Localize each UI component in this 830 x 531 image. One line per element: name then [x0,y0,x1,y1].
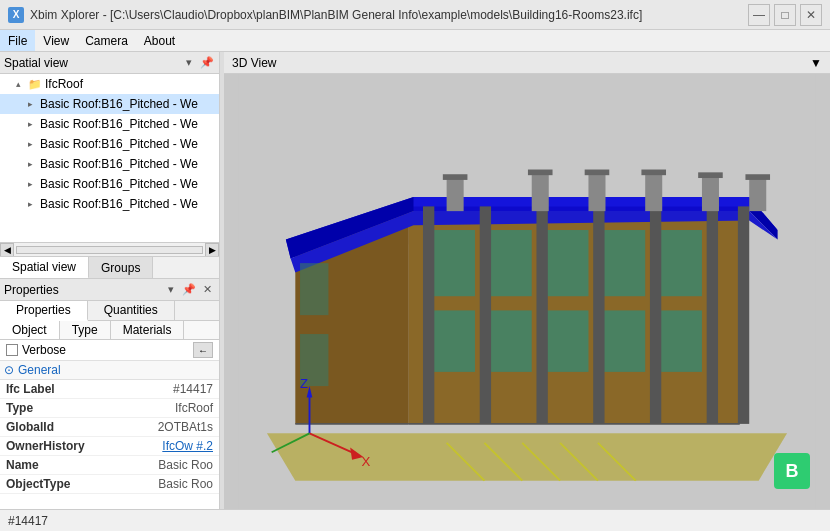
building-3d-svg: Z X [224,74,830,509]
status-label: #14417 [8,514,48,528]
folder-icon: 📁 [28,78,42,91]
svg-rect-12 [655,230,702,296]
scroll-left-arrow[interactable]: ◀ [0,243,14,257]
tree-child-label-3: Basic Roof:B16_Pitched - We [40,137,198,151]
svg-rect-35 [698,172,723,178]
maximize-button[interactable]: □ [774,4,796,26]
verbose-row: Verbose ← [0,340,219,361]
spatial-pin-button[interactable]: ▾ [181,55,197,71]
svg-rect-23 [707,206,718,423]
tree-child-label-5: Basic Roof:B16_Pitched - We [40,177,198,191]
scroll-right-arrow[interactable]: ▶ [205,243,219,257]
properties-panel: Properties ▾ 📌 ✕ Properties Quantities O… [0,279,219,509]
properties-pin-button[interactable]: ▾ [163,282,179,298]
toggle-icon: ▴ [16,79,28,89]
tree-child-label-2: Basic Roof:B16_Pitched - We [40,117,198,131]
verbose-label: Verbose [22,343,66,357]
tree-root-item[interactable]: ▴ 📁 IfcRoof [0,74,219,94]
tab-quantities[interactable]: Quantities [88,301,175,320]
window-controls: — □ ✕ [748,4,822,26]
svg-text:Z: Z [300,376,308,391]
tab-groups[interactable]: Groups [89,257,153,278]
close-button[interactable]: ✕ [800,4,822,26]
status-bar: #14417 [0,509,830,531]
tree-child-3[interactable]: ▸ Basic Roof:B16_Pitched - We [0,134,219,154]
tree-child-4[interactable]: ▸ Basic Roof:B16_Pitched - We [0,154,219,174]
menu-view[interactable]: View [35,30,77,51]
svg-rect-10 [541,230,588,296]
prop-row-type: Type IfcRoof [0,399,219,418]
svg-rect-18 [423,206,434,423]
prop-val-ifc-label: #14417 [91,380,219,399]
prop-key-ifc-label: Ifc Label [0,380,91,399]
prop-val-globalid: 2OTBAt1s [91,418,219,437]
properties-title: Properties [4,283,59,297]
tab-properties[interactable]: Properties [0,301,88,321]
svg-rect-13 [428,310,475,371]
title-bar: X Xbim Xplorer - [C:\Users\Claudio\Dropb… [0,0,830,30]
back-button[interactable]: ← [193,342,213,358]
tab-object[interactable]: Object [0,321,60,339]
tree-child-label-1: Basic Roof:B16_Pitched - We [40,97,198,111]
prop-row-ownerhistory: OwnerHistory IfcOw #.2 [0,437,219,456]
svg-rect-27 [588,173,605,211]
spatial-dock-button[interactable]: 📌 [199,55,215,71]
toggle-icon-2: ▸ [28,119,40,129]
window-title: Xbim Xplorer - [C:\Users\Claudio\Dropbox… [30,8,642,22]
prop-val-ownerhistory: IfcOw #.2 [91,437,219,456]
svg-marker-1 [267,433,787,480]
prop-key-name: Name [0,456,91,475]
prop-val-name: Basic Roo [91,456,219,475]
menu-camera[interactable]: Camera [77,30,136,51]
svg-rect-21 [593,206,604,423]
svg-rect-25 [447,178,464,211]
prop-key-type: Type [0,399,91,418]
svg-rect-20 [536,206,547,423]
properties-dock-button[interactable]: 📌 [181,282,197,298]
tree-scrollbar[interactable]: ◀ ▶ [0,242,219,256]
tree-child-2[interactable]: ▸ Basic Roof:B16_Pitched - We [0,114,219,134]
prop-row-ifc-label: Ifc Label #14417 [0,380,219,399]
menu-about[interactable]: About [136,30,183,51]
tab-spatial-view[interactable]: Spatial view [0,257,89,279]
view-dropdown-icon[interactable]: ▼ [810,56,822,70]
tab-type[interactable]: Type [60,321,111,339]
verbose-checkbox[interactable] [6,344,18,356]
properties-scroll[interactable]: ⊙ General Ifc Label #14417 Type IfcRoof [0,361,219,509]
toggle-icon-3: ▸ [28,139,40,149]
prop-row-name: Name Basic Roo [0,456,219,475]
scroll-track-h[interactable] [16,246,203,254]
properties-controls: ▾ 📌 ✕ [163,282,215,298]
svg-rect-33 [585,170,610,176]
prop-key-objecttype: ObjectType [0,475,91,494]
prop-key-ownerhistory: OwnerHistory [0,437,91,456]
svg-rect-28 [645,173,662,211]
svg-rect-9 [484,230,531,296]
prop-row-globalid: GlobalId 2OTBAt1s [0,418,219,437]
menu-file[interactable]: File [0,30,35,51]
svg-rect-8 [428,230,475,296]
view-3d-content[interactable]: Z X B [224,74,830,509]
svg-rect-29 [702,176,719,211]
tree-child-5[interactable]: ▸ Basic Roof:B16_Pitched - We [0,174,219,194]
general-section-header[interactable]: ⊙ General [0,361,219,380]
general-section-label: General [18,363,61,377]
tree-child-1[interactable]: ▸ Basic Roof:B16_Pitched - We [0,94,219,114]
svg-rect-22 [650,206,661,423]
prop-val-type: IfcRoof [91,399,219,418]
toggle-icon-6: ▸ [28,199,40,209]
properties-close-button[interactable]: ✕ [199,282,215,298]
minimize-button[interactable]: — [748,4,770,26]
prop-val-objecttype: Basic Roo [91,475,219,494]
tab-materials[interactable]: Materials [111,321,185,339]
tree-child-6[interactable]: ▸ Basic Roof:B16_Pitched - We [0,194,219,214]
toggle-icon-5: ▸ [28,179,40,189]
svg-rect-15 [541,310,588,371]
tree-container[interactable]: ▴ 📁 IfcRoof ▸ Basic Roof:B16_Pitched - W… [0,74,219,242]
svg-rect-30 [749,178,766,211]
toggle-icon-1: ▸ [28,99,40,109]
logo-badge: B [774,453,810,489]
collapse-icon: ⊙ [4,363,14,377]
toggle-icon-4: ▸ [28,159,40,169]
main-layout: Spatial view ▾ 📌 ▴ 📁 IfcRoof [0,52,830,509]
